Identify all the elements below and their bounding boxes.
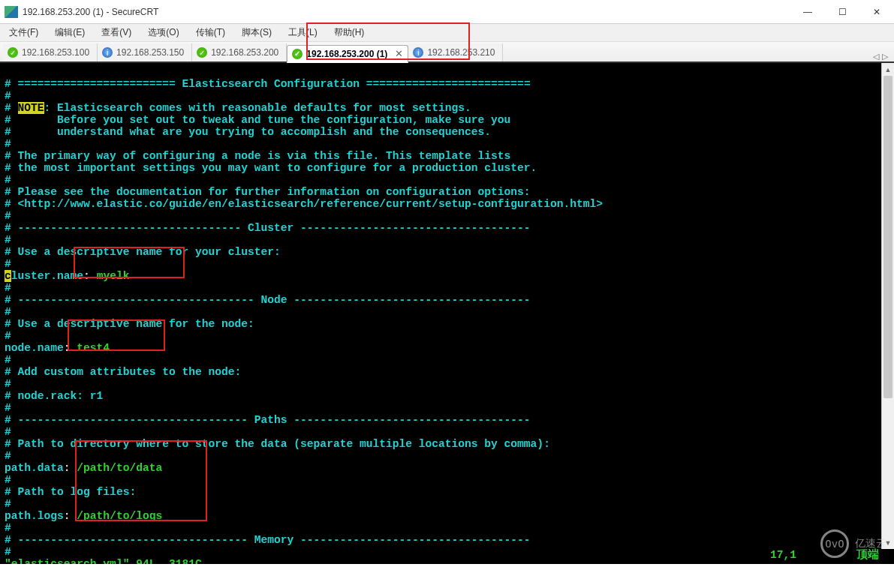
line-note1: # NOTE: Elasticsearch comes with reasona… [5,102,471,114]
line-hash: # [5,234,11,246]
line-path-logs: path.logs: /path/to/logs [5,510,162,522]
scroll-up-button[interactable]: ▲ [882,63,894,76]
line-path-data: path.data: /path/to/data [5,462,162,474]
tab-navigation: ◁ ▷ [873,52,894,62]
line-header: # ======================== Elasticsearch… [5,78,531,90]
scrollbar-thumb[interactable] [883,76,892,398]
menu-tools[interactable]: 工具(L) [288,26,318,39]
tab-label: 192.168.253.150 [116,47,184,58]
line-hash: # [5,546,11,558]
menu-options[interactable]: 选项(O) [148,26,179,39]
window-title: 192.168.253.200 (1) - SecureCRT [23,7,790,17]
line-para2a: # The primary way of configuring a node … [5,150,510,162]
tab-close-icon[interactable]: ✕ [395,48,403,59]
tab-prev[interactable]: ◁ [873,52,879,62]
watermark-icon: OvO [820,530,849,558]
titlebar: 192.168.253.200 (1) - SecureCRT — ☐ ✕ [0,0,894,24]
tab-label: 192.168.253.210 [427,47,495,58]
line-hash: # [5,282,11,294]
line-node-name: node.name: test4 [5,342,110,354]
line-cluster-desc: # Use a descriptive name for your cluste… [5,246,281,258]
annotation-box-paths [75,440,207,521]
line-note3: # understand what are you trying to acco… [5,126,491,138]
tab-2[interactable]: ✓ 192.168.253.200 [192,44,287,62]
terminal-wrapper: # ======================== Elasticsearch… [0,63,894,564]
line-hash: # [5,378,11,390]
tab-label: 192.168.253.200 (1) [306,49,387,59]
menu-edit[interactable]: 编辑(E) [55,26,85,39]
tab-label: 192.168.253.200 [211,47,278,58]
tab-label: 192.168.253.100 [22,47,89,58]
watermark: OvO 亿速云 [820,530,886,558]
line-hash: # [5,450,11,462]
tab-0[interactable]: ✓ 192.168.253.100 [3,44,98,62]
line-hash: # [5,522,11,534]
line-hash: # [5,174,11,186]
info-icon: i [413,47,423,58]
line-sec-memory: # ----------------------------------- Me… [5,534,531,546]
menu-file[interactable]: 文件(F) [9,26,38,39]
cursor-position: 17,1 [770,549,796,561]
scrollbar-track[interactable] [882,76,894,536]
line-para3a: # Please see the documentation for furth… [5,186,531,198]
line-sec-node: # ------------------------------------ N… [5,294,531,306]
close-button[interactable]: ✕ [859,1,894,23]
line-node-desc: # Use a descriptive name for the node: [5,318,254,330]
line-hash: # [5,330,11,342]
line-sec-cluster: # ---------------------------------- Clu… [5,222,531,234]
line-hash: # [5,90,11,102]
line-hash: # [5,402,11,414]
line-hash: # [5,426,11,438]
line-hash: # [5,498,11,510]
line-hash: # [5,306,11,318]
tab-1[interactable]: i 192.168.253.150 [98,44,192,62]
menu-script[interactable]: 脚本(S) [242,26,272,39]
tab-4[interactable]: i 192.168.253.210 [408,44,503,62]
menu-view[interactable]: 查看(V) [101,26,131,39]
line-hash: # [5,138,11,150]
check-icon: ✓ [292,49,303,59]
menu-help[interactable]: 帮助(H) [334,26,365,39]
line-attr: # node.rack: r1 [5,390,103,402]
tab-3-active[interactable]: ✓ 192.168.253.200 (1) ✕ [287,45,408,63]
menu-transfer[interactable]: 传输(T) [196,26,225,39]
window-controls: — ☐ ✕ [790,1,894,23]
line-note2: # Before you set out to tweak and tune t… [5,114,510,126]
info-icon: i [102,47,113,58]
line-log-desc: # Path to log files: [5,486,136,498]
line-hash: # [5,354,11,366]
menubar: 文件(F) 编辑(E) 查看(V) 选项(O) 传输(T) 脚本(S) 工具(L… [0,24,894,42]
minimize-button[interactable]: — [790,1,825,23]
app-icon [5,6,18,18]
line-cluster-name: cluster.name: myelk [5,270,129,282]
line-hash: # [5,210,11,222]
line-hash: # [5,258,11,270]
maximize-button[interactable]: ☐ [825,1,859,23]
line-paths-desc: # Path to directory where to store the d… [5,438,550,450]
line-sec-paths: # ----------------------------------- Pa… [5,414,531,426]
check-icon: ✓ [8,47,18,58]
line-hash: # [5,474,11,486]
line-para3b: # <http://www.elastic.co/guide/en/elasti… [5,198,603,210]
line-para2b: # the most important settings you may wa… [5,162,537,174]
check-icon: ✓ [197,47,207,58]
line-attr-desc: # Add custom attributes to the node: [5,366,241,378]
vertical-scrollbar[interactable]: ▲ ▼ [881,63,894,549]
status-line-left: "elasticsearch.yml" 94L, 3181C [5,558,202,564]
tabbar: ✓ 192.168.253.100 i 192.168.253.150 ✓ 19… [0,42,894,63]
watermark-text: 亿速云 [855,537,886,550]
terminal[interactable]: # ======================== Elasticsearch… [0,63,894,564]
tab-next[interactable]: ▷ [882,52,888,62]
